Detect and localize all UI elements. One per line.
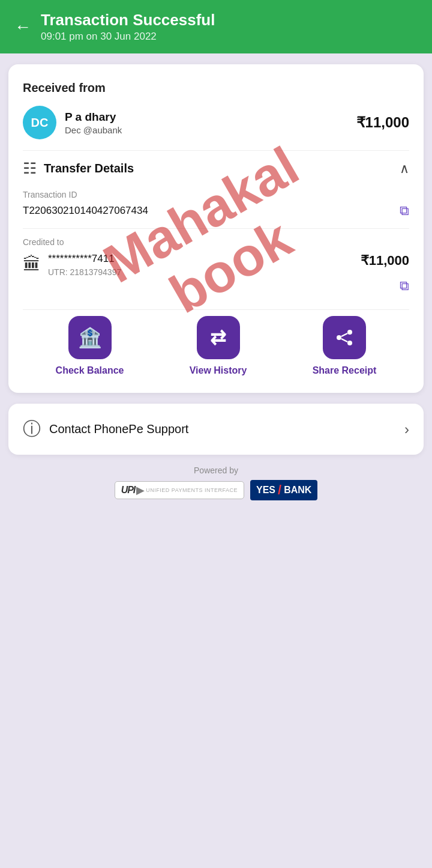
received-from-label: Received from (23, 81, 409, 95)
sender-left: DC P a dhary Dec @aubank (23, 106, 122, 139)
check-balance-button[interactable]: 🏦 Check Balance (56, 316, 124, 376)
svg-point-0 (347, 330, 352, 335)
svg-point-1 (337, 335, 341, 340)
support-icon: ⓘ (23, 417, 41, 442)
main-card: Mahakal book Received from DC P a dhary … (8, 64, 424, 393)
upi-logo: UPI ▶ UNIFIED PAYMENTS INTERFACE (115, 481, 244, 499)
transfer-details-left: ☷ Transfer Details (23, 159, 134, 178)
check-balance-icon: 🏦 (68, 316, 112, 359)
transaction-id-value: T220630210140427067434 (23, 205, 148, 217)
yes-bank-bank: BANK (284, 485, 311, 496)
header-title: Transaction Successful (41, 11, 215, 29)
transaction-id-copy-icon[interactable]: ⧉ (400, 203, 409, 219)
credited-to-label: Credited to (23, 237, 409, 247)
svg-line-3 (341, 333, 347, 336)
credited-amount: ₹11,000 (361, 253, 409, 269)
view-history-label: View History (190, 365, 247, 376)
back-button[interactable]: ← (14, 19, 31, 35)
header-subtitle: 09:01 pm on 30 Jun 2022 (41, 31, 215, 43)
sender-row: DC P a dhary Dec @aubank ₹11,000 (23, 106, 409, 139)
svg-point-2 (347, 341, 352, 345)
yes-bank-slash: / (278, 482, 281, 498)
share-receipt-icon (323, 316, 366, 359)
credited-row: 🏛 ***********7411 UTR: 21813794397 ₹11,0… (23, 253, 409, 294)
support-chevron-icon: › (404, 421, 409, 438)
transfer-details-chevron-icon[interactable]: ∧ (400, 161, 409, 177)
yes-bank-logo: YES / BANK (250, 480, 317, 500)
credited-info: ***********7411 UTR: 21813794397 (48, 253, 121, 277)
credited-right: ₹11,000 ⧉ (361, 253, 409, 294)
credited-account: ***********7411 (48, 253, 121, 265)
transaction-id-label: Transaction ID (23, 190, 409, 199)
credited-left: 🏛 ***********7411 UTR: 21813794397 (23, 253, 121, 277)
powered-by-text: Powered by (0, 466, 432, 475)
transaction-id-row: T220630210140427067434 ⧉ (23, 203, 409, 219)
divider-2 (23, 228, 409, 229)
yes-bank-yes: YES (256, 485, 275, 496)
powered-by: Powered by UPI ▶ UNIFIED PAYMENTS INTERF… (0, 466, 432, 500)
utr-copy-icon[interactable]: ⧉ (400, 278, 409, 294)
support-label: Contact PhonePe Support (49, 422, 188, 436)
svg-line-4 (341, 339, 347, 342)
share-receipt-button[interactable]: Share Receipt (313, 316, 377, 376)
share-receipt-label: Share Receipt (313, 365, 377, 376)
bank-icon: 🏛 (23, 254, 41, 275)
powered-by-logos: UPI ▶ UNIFIED PAYMENTS INTERFACE YES / B… (0, 480, 432, 500)
check-balance-label: Check Balance (56, 365, 124, 376)
sender-amount: ₹11,000 (356, 114, 409, 131)
sender-info: P a dhary Dec @aubank (65, 111, 122, 135)
avatar: DC (23, 106, 56, 139)
credited-utr: UTR: 21813794397 (48, 267, 121, 277)
support-card[interactable]: ⓘ Contact PhonePe Support › (8, 404, 424, 455)
support-left: ⓘ Contact PhonePe Support (23, 417, 188, 442)
header-text: Transaction Successful 09:01 pm on 30 Ju… (41, 11, 215, 43)
transfer-details-label: Transfer Details (44, 162, 134, 175)
sender-name: P a dhary (65, 111, 122, 124)
header: ← Transaction Successful 09:01 pm on 30 … (0, 0, 432, 53)
view-history-button[interactable]: ⇄ View History (190, 316, 247, 376)
divider-1 (23, 150, 409, 151)
actions-row: 🏦 Check Balance ⇄ View History Share Rec… (23, 309, 409, 376)
view-history-icon: ⇄ (197, 316, 240, 359)
sender-upi: Dec @aubank (65, 125, 122, 135)
transfer-details-icon: ☷ (23, 159, 37, 178)
transfer-details-header: ☷ Transfer Details ∧ (23, 159, 409, 178)
